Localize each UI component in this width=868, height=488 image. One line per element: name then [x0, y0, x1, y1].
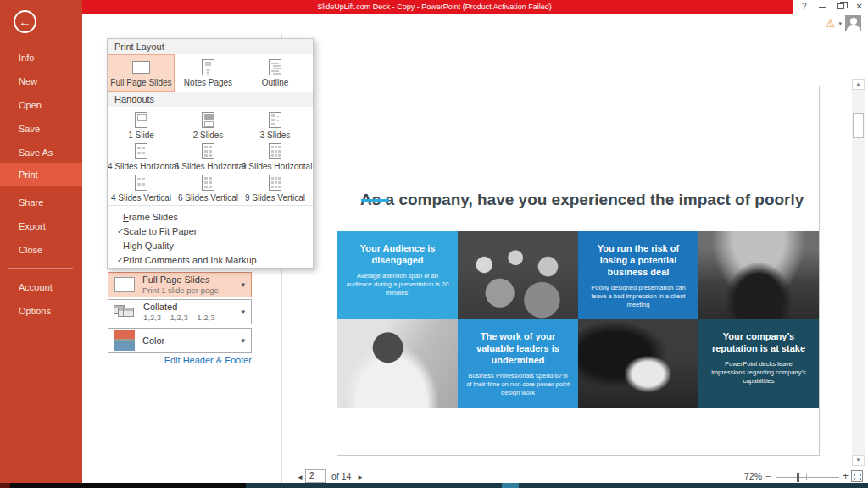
preview-scrollbar-thumb[interactable] — [853, 113, 864, 138]
grid-cell-reputation: Your company’s reputation is at stake Po… — [698, 319, 819, 408]
sidebar-item-share[interactable]: Share — [0, 193, 82, 212]
option-6-slides-horizontal[interactable]: 6 Slides Horizontal — [175, 138, 242, 169]
nine-slides-vertical-icon — [242, 172, 309, 192]
warning-caret-icon[interactable]: ▾ — [838, 20, 842, 27]
four-slides-vertical-icon — [108, 172, 175, 192]
full-page-slides-icon — [108, 57, 175, 77]
option-3-slides[interactable]: 3 Slides — [242, 107, 309, 138]
minimize-button[interactable] — [819, 0, 826, 14]
chevron-down-icon: ▾ — [241, 308, 251, 316]
menu-item-scale-to-fit[interactable]: ✓ Scale to Fit Paper — [108, 224, 313, 238]
menu-item-frame-slides[interactable]: Frame Slides — [108, 209, 313, 224]
outline-icon — [242, 57, 309, 77]
three-slides-icon — [242, 109, 309, 130]
notes-pages-icon — [175, 57, 242, 77]
print-layout-options-row: Full Page Slides Notes Pages Outline — [108, 54, 313, 92]
print-preview-page: As a company, have you experienced the i… — [337, 86, 820, 456]
collation-dropdown[interactable]: Collated 1,2,3 1,2,3 1,2,3 ▾ — [108, 299, 252, 324]
slide-title-underline — [361, 199, 389, 202]
nine-slides-horizontal-icon — [242, 141, 309, 161]
print-layout-popup: Print Layout Full Page Slides Notes Page… — [107, 38, 314, 269]
handouts-section-header: Handouts — [108, 92, 313, 107]
minimize-icon — [819, 7, 826, 8]
sidebar-item-options[interactable]: Options — [0, 302, 82, 320]
collated-pages-icon — [114, 304, 136, 319]
option-2-slides[interactable]: 2 Slides — [175, 107, 242, 138]
sidebar-item-save[interactable]: Save — [0, 119, 82, 138]
print-comments-check-icon: ✓ — [108, 255, 123, 264]
menu-item-print-comments[interactable]: ✓ Print Comments and Ink Markup — [108, 252, 313, 267]
option-9-slides-horizontal[interactable]: 9 Slides Horizontal — [242, 138, 309, 169]
option-outline[interactable]: Outline — [242, 54, 309, 92]
two-slides-icon — [175, 109, 242, 130]
activation-warning-icon[interactable]: ⚠ — [826, 18, 836, 29]
taskbar-edge-dark — [10, 483, 246, 488]
restore-button[interactable] — [837, 0, 844, 14]
color-dropdown[interactable]: Color ▾ — [108, 328, 252, 353]
sidebar-item-new[interactable]: New — [0, 72, 82, 91]
close-button[interactable]: ✕ — [856, 0, 863, 14]
title-bar: SlideUpLift.com Deck - Copy - PowerPoint… — [76, 0, 793, 14]
back-button[interactable]: ← — [14, 10, 36, 33]
handouts-row-2: 4 Slides Horizontal 6 Slides Horizontal … — [108, 138, 313, 169]
taskbar-edge-red — [0, 483, 10, 488]
scroll-up-icon[interactable]: ▲ — [852, 79, 865, 90]
print-layout-section-header: Print Layout — [108, 39, 313, 54]
option-4-slides-horizontal[interactable]: 4 Slides Horizontal — [108, 138, 175, 169]
print-layout-dropdown[interactable]: Full Page Slides Print 1 slide per page … — [108, 272, 252, 297]
scroll-down-icon[interactable]: ▼ — [852, 455, 865, 466]
sidebar-item-saveas[interactable]: Save As — [0, 143, 82, 162]
window-title: SlideUpLift.com Deck - Copy - PowerPoint… — [76, 0, 793, 14]
sidebar-item-print[interactable]: Print — [0, 163, 82, 186]
zoom-slider-thumb[interactable] — [797, 473, 799, 482]
fit-slide-to-window-icon[interactable] — [851, 470, 863, 482]
option-full-page-slides[interactable]: Full Page Slides — [108, 54, 175, 92]
color-swatch-icon — [114, 330, 135, 351]
chevron-down-icon: ▾ — [241, 336, 251, 345]
six-slides-vertical-icon — [175, 172, 242, 192]
handouts-row-1: 1 Slide 2 Slides 3 Slides — [108, 107, 313, 138]
notification-area: ⚠ ▾ — [826, 15, 861, 31]
backstage-sidebar: ← Info New Open Save Save As Print Share… — [0, 0, 82, 483]
taskbar-edge-highlight — [502, 483, 519, 488]
man-in-rain-photo — [698, 231, 819, 319]
sidebar-item-open[interactable]: Open — [0, 96, 82, 114]
option-4-slides-vertical[interactable]: 4 Slides Vertical — [108, 169, 175, 201]
option-notes-pages[interactable]: Notes Pages — [175, 54, 242, 92]
window-controls: ? ✕ — [802, 0, 863, 14]
four-slides-horizontal-icon — [108, 141, 175, 161]
grid-cell-audience-disengaged: Your Audience is disengaged Average atte… — [337, 231, 458, 319]
zoom-level-label[interactable]: 72% — [744, 471, 762, 481]
sidebar-divider — [8, 268, 73, 269]
one-slide-icon — [108, 109, 175, 130]
edit-header-footer-link[interactable]: Edit Header & Footer — [108, 355, 252, 365]
sidebar-item-close[interactable]: Close — [0, 241, 82, 259]
popup-separator — [108, 205, 313, 206]
previous-page-icon[interactable]: ◄ — [297, 471, 303, 484]
page-total-label: of 14 — [331, 471, 351, 481]
sidebar-item-account[interactable]: Account — [0, 278, 82, 297]
zoom-out-button[interactable]: − — [765, 471, 771, 481]
help-button[interactable]: ? — [802, 0, 807, 14]
next-page-icon[interactable]: ► — [357, 471, 364, 484]
grid-cell-business-deal: You run the risk of losing a potential b… — [578, 231, 698, 319]
menu-item-high-quality[interactable]: High Quality — [108, 238, 313, 252]
user-avatar[interactable] — [845, 15, 861, 31]
grid-cell-leaders-undermined: The work of your valuable leaders is und… — [458, 319, 578, 408]
slide-content-grid: Your Audience is disengaged Average atte… — [337, 231, 819, 408]
option-9-slides-vertical[interactable]: 9 Slides Vertical — [242, 169, 309, 201]
current-page-input[interactable]: 2 — [305, 469, 326, 483]
zoom-slider-track[interactable] — [776, 477, 839, 478]
thumbs-down-photo — [578, 319, 698, 408]
scale-to-fit-check-icon: ✓ — [108, 226, 123, 236]
chevron-down-icon: ▾ — [241, 280, 251, 289]
sidebar-item-info[interactable]: Info — [0, 48, 82, 67]
six-slides-horizontal-icon — [175, 141, 242, 161]
restore-icon — [837, 3, 844, 9]
zoom-slider-center-tick — [806, 474, 807, 480]
bored-audience-photo — [458, 231, 578, 319]
option-1-slide[interactable]: 1 Slide — [108, 107, 175, 138]
sidebar-item-export[interactable]: Export — [0, 217, 82, 236]
zoom-in-button[interactable]: + — [843, 470, 849, 482]
option-6-slides-vertical[interactable]: 6 Slides Vertical — [175, 169, 242, 201]
